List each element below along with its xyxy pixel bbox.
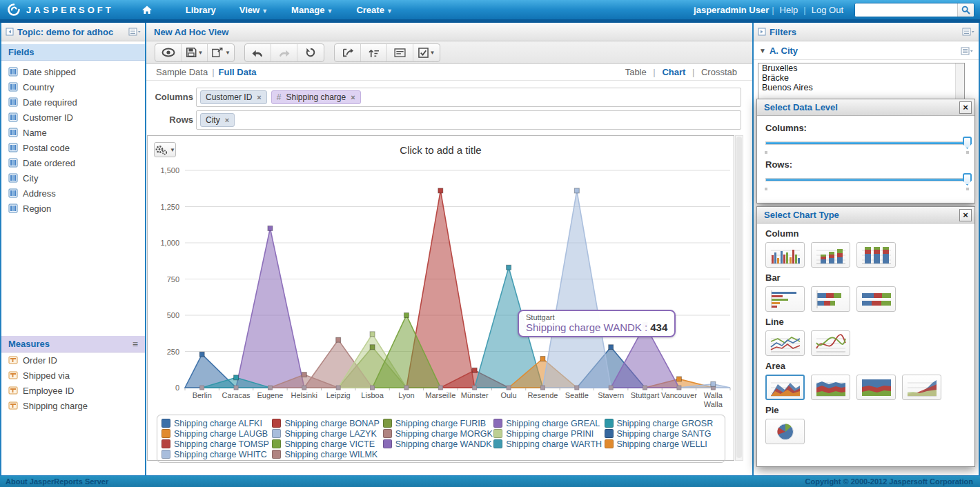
top-navbar: JASPERSOFT LibraryView▼Manage▼Create▼ ja… bbox=[0, 0, 980, 19]
legend-entry: Shipping charge VICTE bbox=[272, 439, 382, 449]
chart-type-bar[interactable] bbox=[765, 286, 805, 312]
undo-button[interactable] bbox=[245, 44, 271, 61]
legend-entry: Shipping charge WARTH bbox=[493, 439, 604, 449]
legend-label: Shipping charge PRINI bbox=[506, 429, 594, 439]
measure-icon bbox=[8, 401, 18, 410]
legend-swatch bbox=[272, 429, 281, 438]
chart-type-section-label: Pie bbox=[765, 405, 974, 415]
caret-down-icon: ▼ bbox=[430, 50, 435, 56]
dialog-title-bar[interactable]: Select Chart Type × bbox=[757, 207, 974, 223]
field-item[interactable]: Date required bbox=[1, 95, 145, 110]
sort-button[interactable] bbox=[361, 44, 387, 61]
remove-icon[interactable]: × bbox=[351, 93, 355, 101]
close-icon[interactable]: × bbox=[959, 101, 972, 114]
menu-item-library[interactable]: Library bbox=[186, 5, 216, 15]
chart-type-pie[interactable] bbox=[765, 419, 805, 444]
about-link[interactable]: About JasperReports Server bbox=[6, 477, 805, 486]
chart-scrollbar[interactable] bbox=[735, 135, 743, 461]
home-icon[interactable] bbox=[141, 5, 153, 14]
columns-pillbox[interactable]: Customer ID×#Shipping charge× bbox=[196, 88, 741, 107]
field-item[interactable]: Country bbox=[1, 79, 145, 95]
pill-shipping-charge[interactable]: #Shipping charge× bbox=[271, 90, 361, 104]
chart-type-column-stacked[interactable] bbox=[811, 242, 850, 268]
jaspersoft-logo[interactable]: JASPERSOFT bbox=[7, 3, 114, 17]
input-controls-button[interactable]: ▼ bbox=[413, 44, 440, 61]
legend-swatch bbox=[161, 439, 170, 448]
legend-entry: Shipping charge WILMK bbox=[272, 449, 382, 459]
panel-menu-icon[interactable] bbox=[962, 28, 974, 36]
chart-type-column-pct[interactable] bbox=[856, 242, 896, 268]
measures-menu-icon[interactable]: ≡ bbox=[133, 339, 138, 350]
caret-down-icon: ▼ bbox=[326, 8, 333, 14]
filter-option[interactable]: Bruxelles bbox=[758, 63, 964, 73]
help-link[interactable]: Help bbox=[780, 5, 798, 15]
filter-menu-icon[interactable] bbox=[961, 47, 973, 55]
slider-handle[interactable] bbox=[963, 173, 972, 186]
columns-data-level-slider[interactable] bbox=[765, 135, 963, 152]
field-item[interactable]: Customer ID bbox=[1, 110, 145, 125]
logout-link[interactable]: Log Out bbox=[812, 5, 843, 15]
rows-data-level-slider[interactable] bbox=[765, 171, 963, 189]
redo-button[interactable] bbox=[271, 44, 297, 61]
chart-type-area-stacked[interactable] bbox=[811, 375, 850, 400]
page-options-button[interactable] bbox=[387, 44, 413, 61]
remove-icon[interactable]: × bbox=[257, 93, 261, 101]
measure-item[interactable]: Order ID bbox=[1, 352, 145, 368]
crosstab-view-link[interactable]: Crosstab bbox=[701, 67, 737, 77]
filter-option[interactable]: Buenos Aires bbox=[758, 83, 964, 92]
panel-menu-icon[interactable] bbox=[128, 28, 141, 36]
measure-item[interactable]: Shipped via bbox=[1, 368, 145, 383]
filters-panel: Filters ▼ A. City BruxellesBräckeBuenos … bbox=[754, 23, 979, 475]
menu-item-manage[interactable]: Manage▼ bbox=[291, 5, 333, 15]
pill-customer-id[interactable]: Customer ID× bbox=[200, 90, 267, 104]
collapse-panel-icon[interactable] bbox=[758, 28, 766, 36]
dialog-title-bar[interactable]: Select Data Level × bbox=[757, 99, 974, 116]
field-item[interactable]: Name bbox=[1, 125, 145, 140]
chart-type-area[interactable] bbox=[765, 375, 805, 400]
columns-slider-label: Columns: bbox=[765, 123, 974, 133]
search-input[interactable] bbox=[855, 3, 957, 17]
chart-view-link[interactable]: Chart bbox=[662, 67, 685, 77]
save-button[interactable]: ▼ bbox=[182, 44, 208, 61]
filter-group-header[interactable]: ▼ A. City bbox=[754, 42, 979, 60]
chart-type-bar-stacked[interactable] bbox=[811, 286, 850, 312]
field-item[interactable]: Postal code bbox=[1, 140, 145, 155]
field-item[interactable]: Date ordered bbox=[1, 155, 145, 170]
rows-pillbox[interactable]: City× bbox=[196, 110, 741, 130]
field-item[interactable]: City bbox=[1, 170, 145, 186]
full-data-link[interactable]: Full Data bbox=[219, 67, 257, 77]
revert-button[interactable] bbox=[297, 44, 324, 61]
field-item[interactable]: Date shipped bbox=[1, 64, 145, 79]
filter-option[interactable]: Bräcke bbox=[758, 73, 964, 83]
close-icon[interactable]: × bbox=[959, 209, 972, 221]
measure-item[interactable]: Shipping charge bbox=[1, 398, 145, 413]
export-button[interactable]: ▼ bbox=[208, 44, 234, 61]
chart-type-column[interactable] bbox=[765, 242, 805, 268]
chart-title-placeholder[interactable]: Click to add a title bbox=[148, 144, 734, 156]
legend-swatch bbox=[383, 419, 392, 428]
svg-text:1,000: 1,000 bbox=[160, 239, 179, 247]
menu-item-create[interactable]: Create▼ bbox=[356, 5, 392, 15]
field-item[interactable]: Region bbox=[1, 201, 145, 216]
table-view-link[interactable]: Table bbox=[625, 67, 647, 77]
chart-type-area-pct[interactable] bbox=[856, 375, 896, 400]
chart-type-bar-pct[interactable] bbox=[856, 286, 896, 312]
collapse-panel-icon[interactable] bbox=[6, 28, 14, 36]
pill-city[interactable]: City× bbox=[200, 113, 235, 127]
chart-type-spline[interactable] bbox=[811, 330, 850, 356]
measure-item[interactable]: Employee ID bbox=[1, 383, 145, 398]
sort-icon bbox=[368, 48, 380, 58]
chart-canvas[interactable]: ▼ Click to add a title 02505007501,0001,… bbox=[147, 135, 734, 461]
chart-type-area-spline[interactable] bbox=[902, 375, 941, 400]
menu-item-view[interactable]: View▼ bbox=[239, 5, 268, 15]
sample-data-link[interactable]: Sample Data bbox=[156, 67, 208, 77]
chart-tooltip: Stuttgart Shipping charge WANDK :434 bbox=[518, 310, 676, 337]
field-item[interactable]: Address bbox=[1, 186, 145, 201]
chart-type-line[interactable] bbox=[765, 330, 805, 356]
remove-icon[interactable]: × bbox=[225, 116, 229, 124]
preview-button[interactable] bbox=[155, 44, 182, 61]
switch-group-button[interactable] bbox=[335, 44, 361, 61]
scrollbar-thumb[interactable] bbox=[736, 137, 742, 458]
slider-handle[interactable] bbox=[963, 137, 972, 149]
search-button[interactable] bbox=[957, 3, 974, 17]
